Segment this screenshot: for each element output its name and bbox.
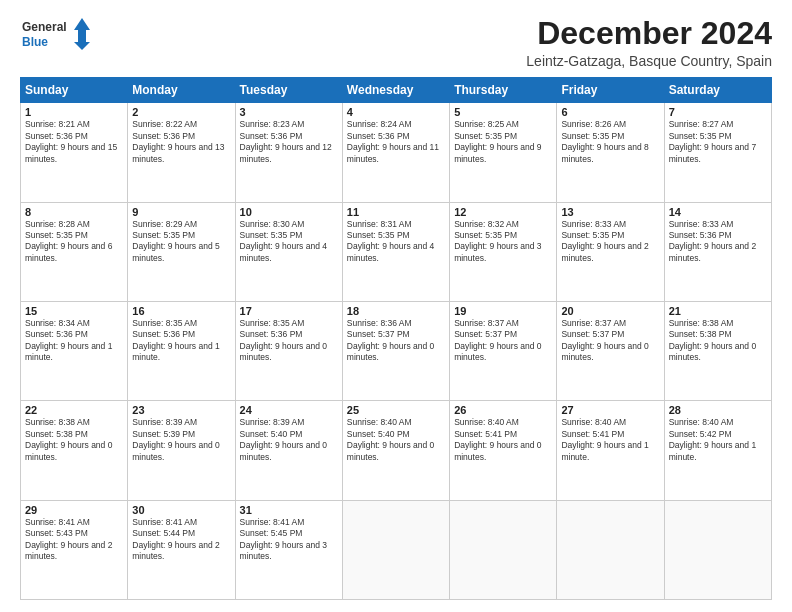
day-info: Sunrise: 8:24 AMSunset: 5:36 PMDaylight:… [347, 119, 439, 163]
day-number: 14 [669, 206, 767, 218]
day-number: 2 [132, 106, 230, 118]
day-info: Sunrise: 8:26 AMSunset: 5:35 PMDaylight:… [561, 119, 648, 163]
header-sunday: Sunday [21, 78, 128, 103]
calendar-cell: 5Sunrise: 8:25 AMSunset: 5:35 PMDaylight… [450, 103, 557, 202]
calendar-cell: 6Sunrise: 8:26 AMSunset: 5:35 PMDaylight… [557, 103, 664, 202]
svg-marker-2 [74, 18, 90, 50]
title-section: December 2024 Leintz-Gatzaga, Basque Cou… [526, 16, 772, 69]
day-number: 22 [25, 404, 123, 416]
day-info: Sunrise: 8:27 AMSunset: 5:35 PMDaylight:… [669, 119, 756, 163]
day-info: Sunrise: 8:39 AMSunset: 5:40 PMDaylight:… [240, 417, 327, 461]
calendar-cell: 31Sunrise: 8:41 AMSunset: 5:45 PMDayligh… [235, 500, 342, 599]
day-info: Sunrise: 8:38 AMSunset: 5:38 PMDaylight:… [669, 318, 756, 362]
day-number: 26 [454, 404, 552, 416]
day-info: Sunrise: 8:31 AMSunset: 5:35 PMDaylight:… [347, 219, 434, 263]
calendar-cell [557, 500, 664, 599]
day-info: Sunrise: 8:40 AMSunset: 5:41 PMDaylight:… [561, 417, 648, 461]
day-number: 12 [454, 206, 552, 218]
day-info: Sunrise: 8:37 AMSunset: 5:37 PMDaylight:… [454, 318, 541, 362]
day-info: Sunrise: 8:39 AMSunset: 5:39 PMDaylight:… [132, 417, 219, 461]
table-row: 1Sunrise: 8:21 AMSunset: 5:36 PMDaylight… [21, 103, 772, 202]
day-number: 15 [25, 305, 123, 317]
day-info: Sunrise: 8:29 AMSunset: 5:35 PMDaylight:… [132, 219, 219, 263]
day-number: 6 [561, 106, 659, 118]
header-tuesday: Tuesday [235, 78, 342, 103]
header-friday: Friday [557, 78, 664, 103]
page: General Blue December 2024 Leintz-Gatzag… [0, 0, 792, 612]
calendar-cell: 23Sunrise: 8:39 AMSunset: 5:39 PMDayligh… [128, 401, 235, 500]
calendar-cell: 18Sunrise: 8:36 AMSunset: 5:37 PMDayligh… [342, 301, 449, 400]
day-number: 7 [669, 106, 767, 118]
day-info: Sunrise: 8:40 AMSunset: 5:40 PMDaylight:… [347, 417, 434, 461]
svg-text:General: General [22, 20, 67, 34]
header-wednesday: Wednesday [342, 78, 449, 103]
calendar-cell: 21Sunrise: 8:38 AMSunset: 5:38 PMDayligh… [664, 301, 771, 400]
calendar-cell: 30Sunrise: 8:41 AMSunset: 5:44 PMDayligh… [128, 500, 235, 599]
calendar-cell: 9Sunrise: 8:29 AMSunset: 5:35 PMDaylight… [128, 202, 235, 301]
day-info: Sunrise: 8:40 AMSunset: 5:42 PMDaylight:… [669, 417, 756, 461]
day-info: Sunrise: 8:33 AMSunset: 5:35 PMDaylight:… [561, 219, 648, 263]
day-number: 27 [561, 404, 659, 416]
day-number: 29 [25, 504, 123, 516]
day-info: Sunrise: 8:25 AMSunset: 5:35 PMDaylight:… [454, 119, 541, 163]
calendar-table: Sunday Monday Tuesday Wednesday Thursday… [20, 77, 772, 600]
day-info: Sunrise: 8:37 AMSunset: 5:37 PMDaylight:… [561, 318, 648, 362]
day-info: Sunrise: 8:38 AMSunset: 5:38 PMDaylight:… [25, 417, 112, 461]
calendar-cell: 2Sunrise: 8:22 AMSunset: 5:36 PMDaylight… [128, 103, 235, 202]
day-number: 11 [347, 206, 445, 218]
day-number: 25 [347, 404, 445, 416]
day-info: Sunrise: 8:33 AMSunset: 5:36 PMDaylight:… [669, 219, 756, 263]
day-info: Sunrise: 8:41 AMSunset: 5:43 PMDaylight:… [25, 517, 112, 561]
day-number: 10 [240, 206, 338, 218]
month-title: December 2024 [526, 16, 772, 51]
day-info: Sunrise: 8:23 AMSunset: 5:36 PMDaylight:… [240, 119, 332, 163]
calendar-cell: 7Sunrise: 8:27 AMSunset: 5:35 PMDaylight… [664, 103, 771, 202]
calendar-cell: 20Sunrise: 8:37 AMSunset: 5:37 PMDayligh… [557, 301, 664, 400]
table-row: 22Sunrise: 8:38 AMSunset: 5:38 PMDayligh… [21, 401, 772, 500]
day-number: 30 [132, 504, 230, 516]
day-number: 9 [132, 206, 230, 218]
day-number: 5 [454, 106, 552, 118]
day-info: Sunrise: 8:35 AMSunset: 5:36 PMDaylight:… [132, 318, 219, 362]
header: General Blue December 2024 Leintz-Gatzag… [20, 16, 772, 69]
day-number: 4 [347, 106, 445, 118]
calendar-cell [664, 500, 771, 599]
table-row: 29Sunrise: 8:41 AMSunset: 5:43 PMDayligh… [21, 500, 772, 599]
calendar-header-row: Sunday Monday Tuesday Wednesday Thursday… [21, 78, 772, 103]
day-info: Sunrise: 8:30 AMSunset: 5:35 PMDaylight:… [240, 219, 327, 263]
calendar-cell: 16Sunrise: 8:35 AMSunset: 5:36 PMDayligh… [128, 301, 235, 400]
calendar-cell: 27Sunrise: 8:40 AMSunset: 5:41 PMDayligh… [557, 401, 664, 500]
calendar-cell: 17Sunrise: 8:35 AMSunset: 5:36 PMDayligh… [235, 301, 342, 400]
day-info: Sunrise: 8:35 AMSunset: 5:36 PMDaylight:… [240, 318, 327, 362]
calendar-cell: 19Sunrise: 8:37 AMSunset: 5:37 PMDayligh… [450, 301, 557, 400]
day-number: 3 [240, 106, 338, 118]
day-number: 31 [240, 504, 338, 516]
day-info: Sunrise: 8:21 AMSunset: 5:36 PMDaylight:… [25, 119, 117, 163]
day-info: Sunrise: 8:40 AMSunset: 5:41 PMDaylight:… [454, 417, 541, 461]
day-info: Sunrise: 8:28 AMSunset: 5:35 PMDaylight:… [25, 219, 112, 263]
table-row: 15Sunrise: 8:34 AMSunset: 5:36 PMDayligh… [21, 301, 772, 400]
calendar-cell: 12Sunrise: 8:32 AMSunset: 5:35 PMDayligh… [450, 202, 557, 301]
day-number: 20 [561, 305, 659, 317]
day-number: 16 [132, 305, 230, 317]
table-row: 8Sunrise: 8:28 AMSunset: 5:35 PMDaylight… [21, 202, 772, 301]
calendar-cell: 4Sunrise: 8:24 AMSunset: 5:36 PMDaylight… [342, 103, 449, 202]
day-number: 8 [25, 206, 123, 218]
day-number: 18 [347, 305, 445, 317]
day-info: Sunrise: 8:32 AMSunset: 5:35 PMDaylight:… [454, 219, 541, 263]
logo: General Blue [20, 16, 90, 54]
calendar-cell: 29Sunrise: 8:41 AMSunset: 5:43 PMDayligh… [21, 500, 128, 599]
day-number: 28 [669, 404, 767, 416]
calendar-cell: 3Sunrise: 8:23 AMSunset: 5:36 PMDaylight… [235, 103, 342, 202]
header-thursday: Thursday [450, 78, 557, 103]
calendar-cell: 1Sunrise: 8:21 AMSunset: 5:36 PMDaylight… [21, 103, 128, 202]
location-title: Leintz-Gatzaga, Basque Country, Spain [526, 53, 772, 69]
day-info: Sunrise: 8:36 AMSunset: 5:37 PMDaylight:… [347, 318, 434, 362]
logo-svg: General Blue [20, 16, 90, 54]
calendar-cell: 8Sunrise: 8:28 AMSunset: 5:35 PMDaylight… [21, 202, 128, 301]
calendar-cell: 11Sunrise: 8:31 AMSunset: 5:35 PMDayligh… [342, 202, 449, 301]
day-number: 1 [25, 106, 123, 118]
calendar-cell: 13Sunrise: 8:33 AMSunset: 5:35 PMDayligh… [557, 202, 664, 301]
calendar-cell: 22Sunrise: 8:38 AMSunset: 5:38 PMDayligh… [21, 401, 128, 500]
day-number: 17 [240, 305, 338, 317]
